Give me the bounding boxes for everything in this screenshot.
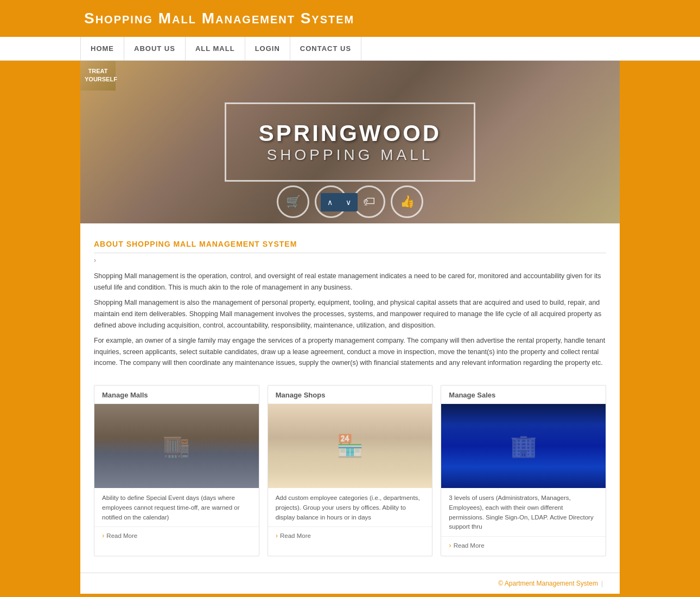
read-more-arrow: ›: [102, 531, 104, 540]
hero-icon: 👍: [391, 185, 423, 218]
hero-icon: 🏷: [353, 185, 385, 218]
read-more-arrow: ›: [276, 531, 278, 540]
about-text: Shopping Mall management is the operatio…: [94, 271, 606, 369]
nav-item-home[interactable]: HOME: [80, 37, 124, 60]
card-manage-sales: Manage Sales 🏢 3 levels of users (Admini…: [441, 385, 606, 556]
nav-item-all-mall[interactable]: ALL MALL: [186, 37, 245, 60]
about-arrow: ›: [94, 256, 606, 264]
about-paragraph: For example, an owner of a single family…: [94, 335, 606, 369]
card-image-manage-shops: 🏪: [268, 404, 432, 488]
hero-treat-text: TREAT YOURSELF: [80, 61, 116, 91]
card-desc-manage-sales: 3 levels of users (Administrators, Manag…: [441, 488, 606, 536]
nav-item-login[interactable]: LOGIN: [245, 37, 290, 60]
nav-item-contact[interactable]: CONTACT US: [290, 37, 361, 60]
about-divider: [94, 253, 606, 253]
nav-bar: HOMEABOUT USALL MALLLOGINCONTACT US: [0, 37, 700, 61]
card-read-more-manage-malls[interactable]: › Read More: [94, 527, 259, 546]
read-more-arrow: ›: [449, 541, 451, 549]
main-content: ABOUT SHOPPING MALL MANAGEMENT SYSTEM › …: [80, 223, 620, 573]
hero-section: TREAT YOURSELF SPRINGWOOD SHOPPING MALL …: [80, 61, 620, 223]
read-more-label: Read More: [280, 532, 311, 539]
hero-nav-arrows[interactable]: ∧ ∨: [321, 193, 358, 211]
hero-mall-name-line1: SPRINGWOOD: [259, 120, 441, 146]
footer: © Apartment Management System |: [80, 573, 620, 594]
read-more-label: Read More: [106, 532, 137, 539]
card-image-manage-malls: 🏬: [94, 404, 259, 488]
card-title-manage-shops: Manage Shops: [268, 386, 432, 404]
about-paragraph: Shopping Mall management is also the man…: [94, 297, 606, 331]
card-image-manage-sales: 🏢: [441, 404, 606, 488]
hero-central-box: SPRINGWOOD SHOPPING MALL: [225, 102, 475, 182]
site-header: Shopping Mall Management System: [0, 0, 700, 37]
card-desc-manage-shops: Add custom employee categories (i.e., de…: [268, 488, 432, 527]
card-read-more-manage-sales[interactable]: › Read More: [441, 536, 606, 556]
hero-arrow-down[interactable]: ∨: [339, 193, 358, 211]
footer-copyright[interactable]: © Apartment Management System: [498, 580, 598, 587]
hero-mall-name-line2: SHOPPING MALL: [259, 146, 441, 164]
card-title-manage-malls: Manage Malls: [94, 386, 259, 404]
card-manage-malls: Manage Malls 🏬 Ability to define Special…: [94, 385, 259, 556]
card-manage-shops: Manage Shops 🏪 Add custom employee categ…: [268, 385, 433, 556]
card-read-more-manage-shops[interactable]: › Read More: [268, 527, 432, 546]
about-heading: ABOUT SHOPPING MALL MANAGEMENT SYSTEM: [94, 240, 606, 248]
footer-divider: |: [601, 580, 603, 587]
hero-icon: 🛒: [277, 185, 309, 218]
card-title-manage-sales: Manage Sales: [441, 386, 606, 404]
hero-arrow-up[interactable]: ∧: [321, 193, 339, 211]
read-more-label: Read More: [454, 542, 485, 549]
site-title: Shopping Mall Management System: [84, 10, 616, 27]
card-desc-manage-malls: Ability to define Special Event days (da…: [94, 488, 259, 527]
cards-section: Manage Malls 🏬 Ability to define Special…: [94, 385, 606, 556]
about-paragraph: Shopping Mall management is the operatio…: [94, 271, 606, 293]
nav-item-about[interactable]: ABOUT US: [124, 37, 186, 60]
